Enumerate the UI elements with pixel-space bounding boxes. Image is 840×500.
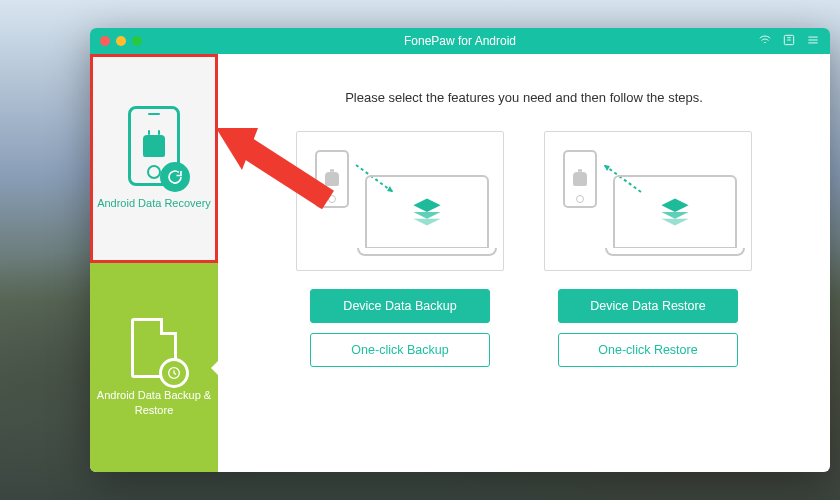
main-panel: Please select the features you need and … (218, 54, 830, 472)
device-backup-button[interactable]: Device Data Backup (310, 289, 490, 323)
maximize-button[interactable] (132, 36, 142, 46)
history-badge-icon (159, 358, 189, 388)
stack-icon (410, 195, 444, 229)
feedback-icon[interactable] (782, 33, 796, 50)
backup-illustration (296, 131, 504, 271)
sidebar-item-label: Android Data Backup & Restore (96, 388, 212, 417)
close-button[interactable] (100, 36, 110, 46)
oneclick-restore-button[interactable]: One-click Restore (558, 333, 738, 367)
stack-icon (658, 195, 692, 229)
wifi-icon[interactable] (758, 33, 772, 50)
sidebar-item-backup[interactable]: Android Data Backup & Restore (90, 263, 218, 472)
recovery-badge-icon (160, 162, 190, 192)
oneclick-backup-button[interactable]: One-click Backup (310, 333, 490, 367)
minimize-button[interactable] (116, 36, 126, 46)
instruction-text: Please select the features you need and … (345, 90, 703, 105)
sidebar: Android Data Recovery Android Data Backu… (90, 54, 218, 472)
sidebar-item-label: Android Data Recovery (97, 196, 211, 210)
device-restore-button[interactable]: Device Data Restore (558, 289, 738, 323)
restore-card: Device Data Restore One-click Restore (544, 131, 752, 367)
menu-icon[interactable] (806, 33, 820, 50)
sidebar-item-recovery[interactable]: Android Data Recovery (90, 54, 218, 263)
backup-card: Device Data Backup One-click Backup (296, 131, 504, 367)
app-title: FonePaw for Android (90, 34, 830, 48)
app-window: FonePaw for Android Android Data Recover… (90, 28, 830, 472)
window-controls (100, 36, 142, 46)
titlebar: FonePaw for Android (90, 28, 830, 54)
restore-illustration (544, 131, 752, 271)
window-body: Android Data Recovery Android Data Backu… (90, 54, 830, 472)
